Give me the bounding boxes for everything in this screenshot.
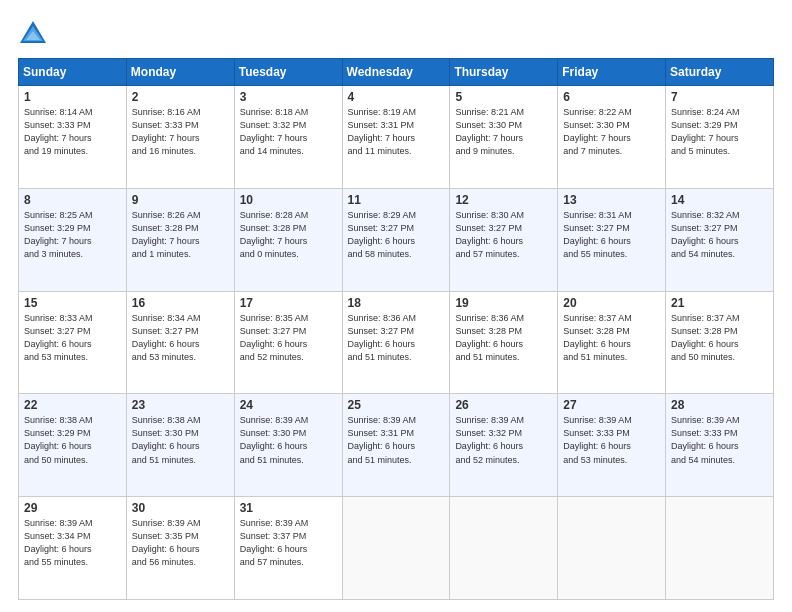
day-info: Sunrise: 8:39 AMSunset: 3:30 PMDaylight:… [240,415,309,464]
day-number: 9 [132,193,229,207]
day-info: Sunrise: 8:37 AMSunset: 3:28 PMDaylight:… [671,313,740,362]
day-info: Sunrise: 8:37 AMSunset: 3:28 PMDaylight:… [563,313,632,362]
calendar-cell: 31Sunrise: 8:39 AMSunset: 3:37 PMDayligh… [234,497,342,600]
calendar-cell [450,497,558,600]
day-number: 18 [348,296,445,310]
logo [18,18,52,48]
calendar-cell: 7Sunrise: 8:24 AMSunset: 3:29 PMDaylight… [666,86,774,189]
calendar-cell: 23Sunrise: 8:38 AMSunset: 3:30 PMDayligh… [126,394,234,497]
day-number: 31 [240,501,337,515]
calendar-cell: 22Sunrise: 8:38 AMSunset: 3:29 PMDayligh… [19,394,127,497]
calendar-cell: 26Sunrise: 8:39 AMSunset: 3:32 PMDayligh… [450,394,558,497]
day-number: 15 [24,296,121,310]
day-info: Sunrise: 8:33 AMSunset: 3:27 PMDaylight:… [24,313,93,362]
calendar-cell: 25Sunrise: 8:39 AMSunset: 3:31 PMDayligh… [342,394,450,497]
calendar-cell: 28Sunrise: 8:39 AMSunset: 3:33 PMDayligh… [666,394,774,497]
calendar-week-row: 29Sunrise: 8:39 AMSunset: 3:34 PMDayligh… [19,497,774,600]
day-info: Sunrise: 8:38 AMSunset: 3:30 PMDaylight:… [132,415,201,464]
calendar-cell: 6Sunrise: 8:22 AMSunset: 3:30 PMDaylight… [558,86,666,189]
calendar-week-row: 8Sunrise: 8:25 AMSunset: 3:29 PMDaylight… [19,188,774,291]
day-number: 8 [24,193,121,207]
calendar-cell: 11Sunrise: 8:29 AMSunset: 3:27 PMDayligh… [342,188,450,291]
calendar-week-row: 22Sunrise: 8:38 AMSunset: 3:29 PMDayligh… [19,394,774,497]
day-number: 6 [563,90,660,104]
calendar-cell: 4Sunrise: 8:19 AMSunset: 3:31 PMDaylight… [342,86,450,189]
weekday-header-saturday: Saturday [666,59,774,86]
calendar-cell: 5Sunrise: 8:21 AMSunset: 3:30 PMDaylight… [450,86,558,189]
day-number: 13 [563,193,660,207]
day-info: Sunrise: 8:19 AMSunset: 3:31 PMDaylight:… [348,107,417,156]
day-info: Sunrise: 8:16 AMSunset: 3:33 PMDaylight:… [132,107,201,156]
day-info: Sunrise: 8:24 AMSunset: 3:29 PMDaylight:… [671,107,740,156]
weekday-header-monday: Monday [126,59,234,86]
calendar-cell: 27Sunrise: 8:39 AMSunset: 3:33 PMDayligh… [558,394,666,497]
day-info: Sunrise: 8:39 AMSunset: 3:33 PMDaylight:… [563,415,632,464]
day-info: Sunrise: 8:39 AMSunset: 3:32 PMDaylight:… [455,415,524,464]
day-number: 4 [348,90,445,104]
day-info: Sunrise: 8:25 AMSunset: 3:29 PMDaylight:… [24,210,93,259]
day-info: Sunrise: 8:39 AMSunset: 3:31 PMDaylight:… [348,415,417,464]
calendar-cell: 18Sunrise: 8:36 AMSunset: 3:27 PMDayligh… [342,291,450,394]
day-info: Sunrise: 8:35 AMSunset: 3:27 PMDaylight:… [240,313,309,362]
calendar-cell: 20Sunrise: 8:37 AMSunset: 3:28 PMDayligh… [558,291,666,394]
day-number: 21 [671,296,768,310]
day-number: 10 [240,193,337,207]
header [18,18,774,48]
day-number: 25 [348,398,445,412]
day-info: Sunrise: 8:28 AMSunset: 3:28 PMDaylight:… [240,210,309,259]
calendar-cell: 12Sunrise: 8:30 AMSunset: 3:27 PMDayligh… [450,188,558,291]
calendar-cell [666,497,774,600]
calendar-cell: 2Sunrise: 8:16 AMSunset: 3:33 PMDaylight… [126,86,234,189]
calendar-table: SundayMondayTuesdayWednesdayThursdayFrid… [18,58,774,600]
day-info: Sunrise: 8:21 AMSunset: 3:30 PMDaylight:… [455,107,524,156]
day-number: 22 [24,398,121,412]
day-number: 23 [132,398,229,412]
day-info: Sunrise: 8:32 AMSunset: 3:27 PMDaylight:… [671,210,740,259]
day-number: 11 [348,193,445,207]
day-info: Sunrise: 8:34 AMSunset: 3:27 PMDaylight:… [132,313,201,362]
day-number: 30 [132,501,229,515]
weekday-header-tuesday: Tuesday [234,59,342,86]
calendar-cell [342,497,450,600]
day-number: 20 [563,296,660,310]
day-info: Sunrise: 8:29 AMSunset: 3:27 PMDaylight:… [348,210,417,259]
calendar-week-row: 15Sunrise: 8:33 AMSunset: 3:27 PMDayligh… [19,291,774,394]
day-info: Sunrise: 8:26 AMSunset: 3:28 PMDaylight:… [132,210,201,259]
page: SundayMondayTuesdayWednesdayThursdayFrid… [0,0,792,612]
weekday-header-wednesday: Wednesday [342,59,450,86]
calendar-cell: 24Sunrise: 8:39 AMSunset: 3:30 PMDayligh… [234,394,342,497]
calendar-cell: 10Sunrise: 8:28 AMSunset: 3:28 PMDayligh… [234,188,342,291]
day-info: Sunrise: 8:18 AMSunset: 3:32 PMDaylight:… [240,107,309,156]
day-info: Sunrise: 8:36 AMSunset: 3:27 PMDaylight:… [348,313,417,362]
day-number: 5 [455,90,552,104]
calendar-cell: 16Sunrise: 8:34 AMSunset: 3:27 PMDayligh… [126,291,234,394]
day-info: Sunrise: 8:22 AMSunset: 3:30 PMDaylight:… [563,107,632,156]
calendar-cell: 19Sunrise: 8:36 AMSunset: 3:28 PMDayligh… [450,291,558,394]
day-number: 1 [24,90,121,104]
calendar-cell: 14Sunrise: 8:32 AMSunset: 3:27 PMDayligh… [666,188,774,291]
day-info: Sunrise: 8:39 AMSunset: 3:37 PMDaylight:… [240,518,309,567]
day-info: Sunrise: 8:39 AMSunset: 3:34 PMDaylight:… [24,518,93,567]
day-number: 27 [563,398,660,412]
logo-icon [18,18,48,48]
day-info: Sunrise: 8:36 AMSunset: 3:28 PMDaylight:… [455,313,524,362]
day-info: Sunrise: 8:39 AMSunset: 3:33 PMDaylight:… [671,415,740,464]
day-number: 19 [455,296,552,310]
weekday-header-sunday: Sunday [19,59,127,86]
weekday-header-row: SundayMondayTuesdayWednesdayThursdayFrid… [19,59,774,86]
day-number: 7 [671,90,768,104]
day-number: 28 [671,398,768,412]
calendar-cell: 29Sunrise: 8:39 AMSunset: 3:34 PMDayligh… [19,497,127,600]
day-info: Sunrise: 8:14 AMSunset: 3:33 PMDaylight:… [24,107,93,156]
day-number: 14 [671,193,768,207]
calendar-cell: 21Sunrise: 8:37 AMSunset: 3:28 PMDayligh… [666,291,774,394]
day-number: 24 [240,398,337,412]
weekday-header-friday: Friday [558,59,666,86]
day-number: 16 [132,296,229,310]
day-number: 26 [455,398,552,412]
calendar-cell: 9Sunrise: 8:26 AMSunset: 3:28 PMDaylight… [126,188,234,291]
day-number: 3 [240,90,337,104]
day-info: Sunrise: 8:31 AMSunset: 3:27 PMDaylight:… [563,210,632,259]
calendar-cell: 30Sunrise: 8:39 AMSunset: 3:35 PMDayligh… [126,497,234,600]
calendar-cell: 15Sunrise: 8:33 AMSunset: 3:27 PMDayligh… [19,291,127,394]
